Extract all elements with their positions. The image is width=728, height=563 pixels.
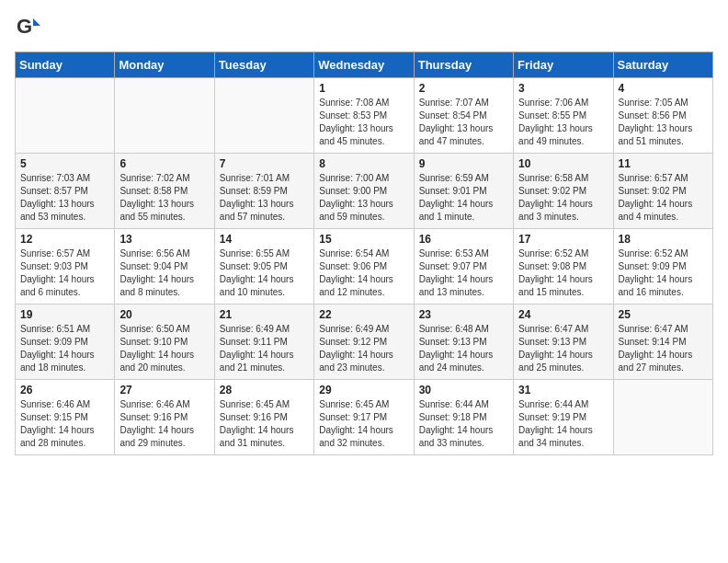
calendar-cell: 3Sunrise: 7:06 AM Sunset: 8:55 PM Daylig…: [514, 78, 613, 154]
calendar-cell: 28Sunrise: 6:45 AM Sunset: 9:16 PM Dayli…: [214, 380, 313, 455]
calendar-cell: 30Sunrise: 6:44 AM Sunset: 9:18 PM Dayli…: [414, 380, 513, 455]
day-info: Sunrise: 7:06 AM Sunset: 8:55 PM Dayligh…: [518, 97, 608, 148]
weekday-header-sunday: Sunday: [16, 52, 115, 78]
day-info: Sunrise: 6:58 AM Sunset: 9:02 PM Dayligh…: [518, 172, 608, 224]
calendar-cell: 20Sunrise: 6:50 AM Sunset: 9:10 PM Dayli…: [115, 304, 214, 380]
calendar-week-row: 1Sunrise: 7:08 AM Sunset: 8:53 PM Daylig…: [16, 78, 713, 154]
day-info: Sunrise: 6:57 AM Sunset: 9:02 PM Dayligh…: [619, 172, 708, 224]
calendar-cell: 13Sunrise: 6:56 AM Sunset: 9:04 PM Dayli…: [115, 229, 214, 304]
day-info: Sunrise: 6:44 AM Sunset: 9:19 PM Dayligh…: [518, 398, 608, 450]
day-number: 28: [220, 384, 309, 396]
calendar-cell: 14Sunrise: 6:55 AM Sunset: 9:05 PM Dayli…: [214, 229, 313, 304]
day-number: 9: [419, 157, 508, 170]
calendar-cell: 24Sunrise: 6:47 AM Sunset: 9:13 PM Dayli…: [514, 304, 613, 380]
day-number: 4: [619, 82, 708, 95]
day-info: Sunrise: 7:05 AM Sunset: 8:56 PM Dayligh…: [619, 97, 708, 148]
day-number: 16: [419, 233, 508, 246]
day-number: 3: [518, 82, 608, 95]
day-number: 13: [119, 233, 209, 246]
calendar-cell: 5Sunrise: 7:03 AM Sunset: 8:57 PM Daylig…: [16, 154, 115, 229]
day-number: 24: [518, 308, 608, 321]
day-info: Sunrise: 6:47 AM Sunset: 9:13 PM Dayligh…: [518, 323, 608, 374]
calendar-cell: [214, 78, 313, 154]
calendar-cell: 9Sunrise: 6:59 AM Sunset: 9:01 PM Daylig…: [414, 154, 513, 229]
day-number: 1: [319, 82, 408, 95]
day-info: Sunrise: 7:02 AM Sunset: 8:58 PM Dayligh…: [119, 172, 209, 224]
calendar-week-row: 26Sunrise: 6:46 AM Sunset: 9:15 PM Dayli…: [16, 380, 713, 455]
calendar-cell: 12Sunrise: 6:57 AM Sunset: 9:03 PM Dayli…: [16, 229, 115, 304]
logo: G: [15, 15, 44, 40]
day-number: 22: [319, 308, 408, 321]
day-info: Sunrise: 6:45 AM Sunset: 9:17 PM Dayligh…: [319, 398, 408, 450]
day-number: 23: [419, 308, 508, 321]
calendar-cell: 25Sunrise: 6:47 AM Sunset: 9:14 PM Dayli…: [613, 304, 712, 380]
weekday-header-row: SundayMondayTuesdayWednesdayThursdayFrid…: [16, 52, 713, 78]
calendar-cell: 31Sunrise: 6:44 AM Sunset: 9:19 PM Dayli…: [514, 380, 613, 455]
calendar-cell: 8Sunrise: 7:00 AM Sunset: 9:00 PM Daylig…: [314, 154, 414, 229]
calendar-cell: 4Sunrise: 7:05 AM Sunset: 8:56 PM Daylig…: [613, 78, 712, 154]
day-info: Sunrise: 6:54 AM Sunset: 9:06 PM Dayligh…: [319, 247, 408, 299]
day-number: 27: [119, 384, 209, 396]
weekday-header-wednesday: Wednesday: [314, 52, 414, 78]
calendar-cell: 27Sunrise: 6:46 AM Sunset: 9:16 PM Dayli…: [115, 380, 214, 455]
day-info: Sunrise: 6:53 AM Sunset: 9:07 PM Dayligh…: [419, 247, 508, 299]
day-number: 8: [319, 157, 408, 170]
day-info: Sunrise: 6:52 AM Sunset: 9:08 PM Dayligh…: [518, 247, 608, 299]
logo-icon: G: [15, 15, 40, 40]
calendar-cell: [613, 380, 712, 455]
calendar-cell: 1Sunrise: 7:08 AM Sunset: 8:53 PM Daylig…: [314, 78, 414, 154]
calendar-week-row: 12Sunrise: 6:57 AM Sunset: 9:03 PM Dayli…: [16, 229, 713, 304]
weekday-header-thursday: Thursday: [414, 52, 513, 78]
day-number: 17: [518, 233, 608, 246]
calendar-cell: 11Sunrise: 6:57 AM Sunset: 9:02 PM Dayli…: [613, 154, 712, 229]
day-info: Sunrise: 6:59 AM Sunset: 9:01 PM Dayligh…: [419, 172, 508, 224]
day-info: Sunrise: 7:01 AM Sunset: 8:59 PM Dayligh…: [220, 172, 309, 224]
calendar-cell: 15Sunrise: 6:54 AM Sunset: 9:06 PM Dayli…: [314, 229, 414, 304]
calendar-cell: 6Sunrise: 7:02 AM Sunset: 8:58 PM Daylig…: [115, 154, 214, 229]
calendar-cell: 19Sunrise: 6:51 AM Sunset: 9:09 PM Dayli…: [16, 304, 115, 380]
calendar-cell: 29Sunrise: 6:45 AM Sunset: 9:17 PM Dayli…: [314, 380, 414, 455]
day-info: Sunrise: 7:03 AM Sunset: 8:57 PM Dayligh…: [20, 172, 109, 224]
day-info: Sunrise: 6:51 AM Sunset: 9:09 PM Dayligh…: [20, 323, 109, 374]
day-number: 21: [220, 308, 309, 321]
calendar-cell: 16Sunrise: 6:53 AM Sunset: 9:07 PM Dayli…: [414, 229, 513, 304]
day-info: Sunrise: 6:47 AM Sunset: 9:14 PM Dayligh…: [619, 323, 708, 374]
day-number: 26: [20, 384, 109, 396]
day-info: Sunrise: 6:50 AM Sunset: 9:10 PM Dayligh…: [119, 323, 209, 374]
day-info: Sunrise: 6:49 AM Sunset: 9:12 PM Dayligh…: [319, 323, 408, 374]
calendar-week-row: 5Sunrise: 7:03 AM Sunset: 8:57 PM Daylig…: [16, 154, 713, 229]
day-info: Sunrise: 6:55 AM Sunset: 9:05 PM Dayligh…: [220, 247, 309, 299]
day-number: 10: [518, 157, 608, 170]
day-number: 18: [619, 233, 708, 246]
calendar-cell: 17Sunrise: 6:52 AM Sunset: 9:08 PM Dayli…: [514, 229, 613, 304]
svg-text:G: G: [17, 15, 32, 38]
day-number: 14: [220, 233, 309, 246]
calendar-cell: [115, 78, 214, 154]
calendar-cell: 21Sunrise: 6:49 AM Sunset: 9:11 PM Dayli…: [214, 304, 313, 380]
calendar-cell: 7Sunrise: 7:01 AM Sunset: 8:59 PM Daylig…: [214, 154, 313, 229]
day-info: Sunrise: 6:46 AM Sunset: 9:16 PM Dayligh…: [119, 398, 209, 450]
day-info: Sunrise: 6:52 AM Sunset: 9:09 PM Dayligh…: [619, 247, 708, 299]
calendar-cell: 23Sunrise: 6:48 AM Sunset: 9:13 PM Dayli…: [414, 304, 513, 380]
calendar-cell: 18Sunrise: 6:52 AM Sunset: 9:09 PM Dayli…: [613, 229, 712, 304]
calendar-body: 1Sunrise: 7:08 AM Sunset: 8:53 PM Daylig…: [16, 78, 713, 455]
weekday-header-tuesday: Tuesday: [214, 52, 313, 78]
weekday-header-friday: Friday: [514, 52, 613, 78]
day-info: Sunrise: 7:08 AM Sunset: 8:53 PM Dayligh…: [319, 97, 408, 148]
day-number: 7: [220, 157, 309, 170]
day-number: 6: [119, 157, 209, 170]
calendar-week-row: 19Sunrise: 6:51 AM Sunset: 9:09 PM Dayli…: [16, 304, 713, 380]
day-number: 2: [419, 82, 508, 95]
calendar-cell: 22Sunrise: 6:49 AM Sunset: 9:12 PM Dayli…: [314, 304, 414, 380]
day-number: 11: [619, 157, 708, 170]
calendar-cell: 2Sunrise: 7:07 AM Sunset: 8:54 PM Daylig…: [414, 78, 513, 154]
day-number: 19: [20, 308, 109, 321]
svg-marker-1: [33, 18, 40, 26]
day-info: Sunrise: 6:46 AM Sunset: 9:15 PM Dayligh…: [20, 398, 109, 450]
calendar-cell: [16, 78, 115, 154]
day-number: 31: [518, 384, 608, 396]
day-info: Sunrise: 6:48 AM Sunset: 9:13 PM Dayligh…: [419, 323, 508, 374]
day-number: 29: [319, 384, 408, 396]
day-info: Sunrise: 6:56 AM Sunset: 9:04 PM Dayligh…: [119, 247, 209, 299]
day-number: 15: [319, 233, 408, 246]
